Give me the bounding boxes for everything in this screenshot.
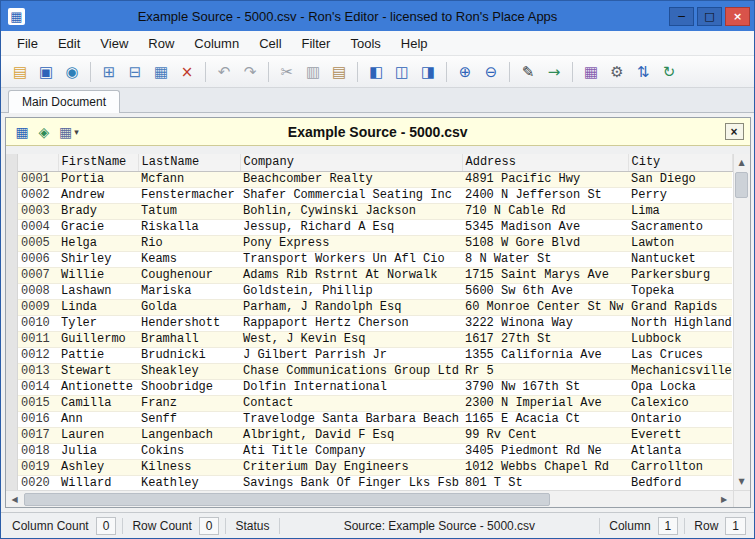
table-cell[interactable]: 1165 E Acacia Ct [462,412,628,428]
table-cell[interactable]: North Highland [628,316,732,332]
table-cell[interactable]: Beachcomber Realty [240,172,462,188]
table-cell[interactable]: 1617 27th St [462,332,628,348]
table-cell[interactable]: Shoobridge [138,380,240,396]
table-cell[interactable]: Topeka [628,284,732,300]
scroll-down-icon[interactable]: ▼ [733,473,750,490]
table-cell[interactable]: Everett [628,428,732,444]
table-cell[interactable]: Sacramento [628,220,732,236]
row-number[interactable]: 0019 [18,460,58,476]
table-cell[interactable]: Julia [58,444,138,460]
table-cell[interactable]: Brady [58,204,138,220]
table-cell[interactable]: San Diego [628,172,732,188]
menu-file[interactable]: File [7,33,48,54]
table-cell[interactable]: 99 Rv Cent [462,428,628,444]
table-cell[interactable]: Bedford [628,476,732,491]
table-cell[interactable]: Savings Bank Of Finger Lks Fsb [240,476,462,491]
table-cell[interactable]: Bohlin, Cywinski Jackson [240,204,462,220]
table-cell[interactable]: 1012 Webbs Chapel Rd [462,460,628,476]
table-cell[interactable]: Bramhall [138,332,240,348]
table-cell[interactable]: Ontario [628,412,732,428]
table-cell[interactable]: Cokins [138,444,240,460]
table-cell[interactable]: Opa Locka [628,380,732,396]
table-cell[interactable]: Tyler [58,316,138,332]
row-number[interactable]: 0005 [18,236,58,252]
table-cell[interactable]: Rr 5 [462,364,628,380]
table-cell[interactable]: Sheakley [138,364,240,380]
table-cell[interactable]: Calexico [628,396,732,412]
bookmark-icon[interactable]: ◈ [34,122,54,142]
table-cell[interactable]: Grand Rapids [628,300,732,316]
refresh-data-icon[interactable]: ↻ [657,60,681,84]
row-number[interactable]: 0013 [18,364,58,380]
table-cell[interactable]: Camilla [58,396,138,412]
column-header-firstname[interactable]: FirstName [58,154,138,172]
split-view-icon[interactable]: ◫ [390,60,414,84]
horizontal-scroll-track[interactable] [23,491,716,508]
table-cell[interactable]: Ati Title Company [240,444,462,460]
table-cell[interactable]: 2300 N Imperial Ave [462,396,628,412]
row-number[interactable]: 0018 [18,444,58,460]
row-number[interactable]: 0020 [18,476,58,491]
table-cell[interactable]: Dolfin International [240,380,462,396]
table-cell[interactable]: Lima [628,204,732,220]
vertical-scroll-thumb[interactable] [735,172,748,198]
scroll-right-icon[interactable]: ▶ [716,491,733,508]
table-cell[interactable]: Keams [138,252,240,268]
scroll-up-icon[interactable]: ▲ [733,154,750,171]
table-cell[interactable]: Antionette [58,380,138,396]
export-run-icon[interactable]: → [542,60,566,84]
table-grid-icon[interactable]: ▦ [149,60,173,84]
document-close-button[interactable]: × [725,123,744,140]
table-cell[interactable]: J Gilbert Parrish Jr [240,348,462,364]
row-number[interactable]: 0001 [18,172,58,188]
table-cell[interactable]: Golda [138,300,240,316]
table-cell[interactable]: Lashawn [58,284,138,300]
menu-help[interactable]: Help [391,33,438,54]
row-number[interactable]: 0008 [18,284,58,300]
column-header-city[interactable]: City [628,154,732,172]
redo-icon[interactable]: ↷ [238,60,262,84]
table-cell[interactable]: Keathley [138,476,240,491]
open-file-icon[interactable]: ▤ [8,60,32,84]
menu-filter[interactable]: Filter [292,33,341,54]
publish-web-icon[interactable]: ◉ [60,60,84,84]
table-cell[interactable]: 5345 Madison Ave [462,220,628,236]
menu-edit[interactable]: Edit [48,33,90,54]
table-cell[interactable]: Willard [58,476,138,491]
table-cell[interactable]: 2400 N Jefferson St [462,188,628,204]
insert-row-icon[interactable]: ⊞ [97,60,121,84]
table-cell[interactable]: West, J Kevin Esq [240,332,462,348]
table-cell[interactable]: Chase Communications Group Ltd [240,364,462,380]
table-cell[interactable]: Langenbach [138,428,240,444]
table-cell[interactable]: 60 Monroe Center St Nw [462,300,628,316]
row-number[interactable]: 0014 [18,380,58,396]
table-cell[interactable]: Coughenour [138,268,240,284]
close-button[interactable]: × [725,7,750,26]
table-cell[interactable]: 4891 Pacific Hwy [462,172,628,188]
menu-cell[interactable]: Cell [249,33,291,54]
table-cell[interactable]: Parkersburg [628,268,732,284]
zoom-out-icon[interactable]: ⊖ [479,60,503,84]
table-cell[interactable]: Criterium Day Engineers [240,460,462,476]
table-cell[interactable]: 801 T St [462,476,628,491]
row-number[interactable]: 0006 [18,252,58,268]
table-cell[interactable]: Lubbock [628,332,732,348]
app-icon[interactable]: ▦ [8,8,25,25]
table-cell[interactable]: Lauren [58,428,138,444]
table-cell[interactable]: Pony Express [240,236,462,252]
table-settings-icon[interactable]: ⚙ [605,60,629,84]
table-cell[interactable]: Perry [628,188,732,204]
table-cell[interactable]: 1715 Saint Marys Ave [462,268,628,284]
table-cell[interactable]: Albright, David F Esq [240,428,462,444]
table-cell[interactable]: Portia [58,172,138,188]
table-cell[interactable]: Kilness [138,460,240,476]
row-number[interactable]: 0004 [18,220,58,236]
table-cell[interactable]: 710 N Cable Rd [462,204,628,220]
table-cell[interactable]: 5108 W Gore Blvd [462,236,628,252]
select-table-icon[interactable]: ▦ [12,122,32,142]
row-number[interactable]: 0012 [18,348,58,364]
table-cell[interactable]: Contact [240,396,462,412]
table-cell[interactable]: Lawton [628,236,732,252]
table-cell[interactable]: Shirley [58,252,138,268]
row-number[interactable]: 0002 [18,188,58,204]
